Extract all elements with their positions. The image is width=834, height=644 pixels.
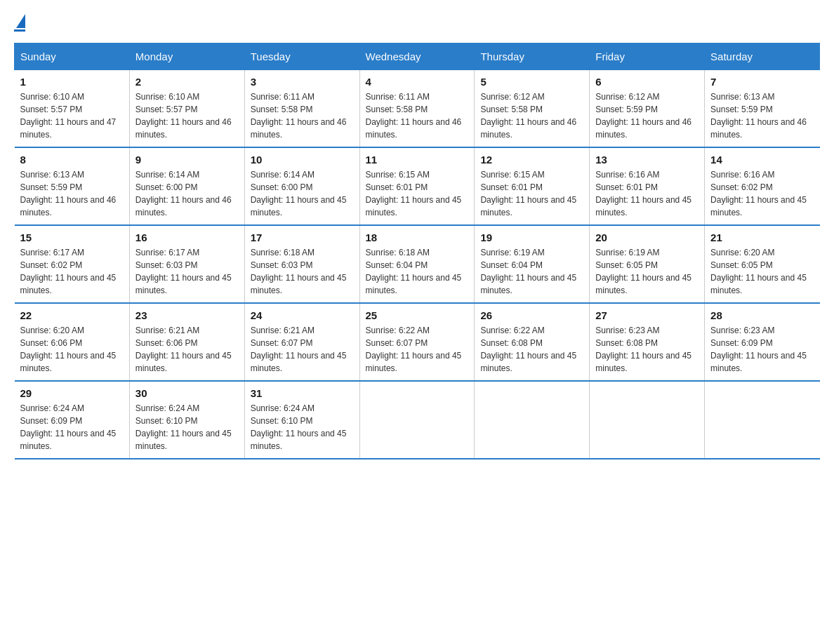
week-row-2: 8 Sunrise: 6:13 AM Sunset: 5:59 PM Dayli…: [15, 147, 820, 225]
day-number: 7: [710, 76, 814, 88]
day-number: 3: [251, 76, 354, 88]
calendar-cell: 3 Sunrise: 6:11 AM Sunset: 5:58 PM Dayli…: [244, 70, 359, 148]
day-number: 11: [366, 154, 469, 166]
calendar-cell: 2 Sunrise: 6:10 AM Sunset: 5:57 PM Dayli…: [129, 70, 244, 148]
day-info: Sunrise: 6:17 AM Sunset: 6:02 PM Dayligh…: [20, 246, 124, 297]
day-number: 15: [20, 232, 124, 243]
weekday-header-tuesday: Tuesday: [244, 43, 359, 70]
calendar-cell: 25 Sunrise: 6:22 AM Sunset: 6:07 PM Dayl…: [359, 303, 475, 381]
day-number: 10: [251, 154, 354, 166]
calendar-cell: [705, 381, 820, 459]
day-info: Sunrise: 6:20 AM Sunset: 6:05 PM Dayligh…: [710, 246, 814, 297]
day-number: 19: [480, 232, 583, 243]
day-number: 17: [251, 232, 354, 243]
day-number: 2: [135, 76, 239, 88]
calendar-cell: 14 Sunrise: 6:16 AM Sunset: 6:02 PM Dayl…: [705, 147, 820, 225]
day-number: 12: [480, 154, 583, 166]
day-info: Sunrise: 6:11 AM Sunset: 5:58 PM Dayligh…: [366, 90, 469, 141]
calendar-cell: 7 Sunrise: 6:13 AM Sunset: 5:59 PM Dayli…: [705, 70, 820, 148]
weekday-header-sunday: Sunday: [15, 43, 130, 70]
day-info: Sunrise: 6:19 AM Sunset: 6:05 PM Dayligh…: [595, 246, 699, 297]
calendar-cell: 24 Sunrise: 6:21 AM Sunset: 6:07 PM Dayl…: [244, 303, 359, 381]
day-number: 9: [135, 154, 239, 166]
calendar-cell: 30 Sunrise: 6:24 AM Sunset: 6:10 PM Dayl…: [129, 381, 244, 459]
weekday-header-monday: Monday: [129, 43, 244, 70]
day-number: 5: [480, 76, 583, 88]
page-header: [14, 14, 820, 32]
weekday-header-row: SundayMondayTuesdayWednesdayThursdayFrid…: [15, 43, 820, 70]
day-number: 31: [251, 387, 354, 399]
day-info: Sunrise: 6:24 AM Sunset: 6:09 PM Dayligh…: [20, 402, 124, 452]
calendar-cell: 23 Sunrise: 6:21 AM Sunset: 6:06 PM Dayl…: [129, 303, 244, 381]
calendar-cell: 16 Sunrise: 6:17 AM Sunset: 6:03 PM Dayl…: [129, 225, 244, 303]
week-row-4: 22 Sunrise: 6:20 AM Sunset: 6:06 PM Dayl…: [15, 303, 820, 381]
day-number: 13: [595, 154, 699, 166]
day-info: Sunrise: 6:10 AM Sunset: 5:57 PM Dayligh…: [20, 90, 124, 141]
calendar-cell: 21 Sunrise: 6:20 AM Sunset: 6:05 PM Dayl…: [705, 225, 820, 303]
calendar-cell: 18 Sunrise: 6:18 AM Sunset: 6:04 PM Dayl…: [359, 225, 475, 303]
calendar-cell: 27 Sunrise: 6:23 AM Sunset: 6:08 PM Dayl…: [590, 303, 705, 381]
day-info: Sunrise: 6:13 AM Sunset: 5:59 PM Dayligh…: [710, 90, 814, 141]
day-info: Sunrise: 6:14 AM Sunset: 6:00 PM Dayligh…: [251, 168, 354, 219]
day-number: 21: [710, 232, 814, 243]
day-number: 28: [710, 309, 814, 321]
day-info: Sunrise: 6:13 AM Sunset: 5:59 PM Dayligh…: [20, 168, 124, 219]
calendar-cell: 9 Sunrise: 6:14 AM Sunset: 6:00 PM Dayli…: [129, 147, 244, 225]
calendar-table: SundayMondayTuesdayWednesdayThursdayFrid…: [14, 43, 820, 459]
day-info: Sunrise: 6:23 AM Sunset: 6:08 PM Dayligh…: [595, 324, 699, 375]
day-info: Sunrise: 6:16 AM Sunset: 6:01 PM Dayligh…: [595, 168, 699, 219]
weekday-header-wednesday: Wednesday: [359, 43, 475, 70]
day-info: Sunrise: 6:20 AM Sunset: 6:06 PM Dayligh…: [20, 324, 124, 375]
day-number: 22: [20, 309, 124, 321]
calendar-cell: 6 Sunrise: 6:12 AM Sunset: 5:59 PM Dayli…: [590, 70, 705, 148]
day-number: 8: [20, 154, 124, 166]
calendar-cell: 8 Sunrise: 6:13 AM Sunset: 5:59 PM Dayli…: [15, 147, 130, 225]
day-info: Sunrise: 6:21 AM Sunset: 6:06 PM Dayligh…: [135, 324, 239, 375]
day-number: 26: [480, 309, 583, 321]
day-info: Sunrise: 6:24 AM Sunset: 6:10 PM Dayligh…: [251, 402, 354, 452]
day-info: Sunrise: 6:24 AM Sunset: 6:10 PM Dayligh…: [135, 402, 239, 452]
day-number: 23: [135, 309, 239, 321]
calendar-cell: [590, 381, 705, 459]
calendar-cell: 15 Sunrise: 6:17 AM Sunset: 6:02 PM Dayl…: [15, 225, 130, 303]
calendar-cell: 11 Sunrise: 6:15 AM Sunset: 6:01 PM Dayl…: [359, 147, 475, 225]
calendar-cell: 26 Sunrise: 6:22 AM Sunset: 6:08 PM Dayl…: [475, 303, 590, 381]
calendar-cell: 20 Sunrise: 6:19 AM Sunset: 6:05 PM Dayl…: [590, 225, 705, 303]
calendar-cell: 31 Sunrise: 6:24 AM Sunset: 6:10 PM Dayl…: [244, 381, 359, 459]
logo: [14, 14, 25, 32]
day-info: Sunrise: 6:22 AM Sunset: 6:07 PM Dayligh…: [366, 324, 469, 375]
day-number: 1: [20, 76, 124, 88]
day-number: 20: [595, 232, 699, 243]
day-number: 18: [366, 232, 469, 243]
calendar-cell: 10 Sunrise: 6:14 AM Sunset: 6:00 PM Dayl…: [244, 147, 359, 225]
calendar-cell: 12 Sunrise: 6:15 AM Sunset: 6:01 PM Dayl…: [475, 147, 590, 225]
day-info: Sunrise: 6:10 AM Sunset: 5:57 PM Dayligh…: [135, 90, 239, 141]
day-info: Sunrise: 6:15 AM Sunset: 6:01 PM Dayligh…: [366, 168, 469, 219]
day-info: Sunrise: 6:14 AM Sunset: 6:00 PM Dayligh…: [135, 168, 239, 219]
calendar-cell: 5 Sunrise: 6:12 AM Sunset: 5:58 PM Dayli…: [475, 70, 590, 148]
day-info: Sunrise: 6:19 AM Sunset: 6:04 PM Dayligh…: [480, 246, 583, 297]
day-info: Sunrise: 6:18 AM Sunset: 6:03 PM Dayligh…: [251, 246, 354, 297]
calendar-cell: 1 Sunrise: 6:10 AM Sunset: 5:57 PM Dayli…: [15, 70, 130, 148]
day-info: Sunrise: 6:15 AM Sunset: 6:01 PM Dayligh…: [480, 168, 583, 219]
calendar-cell: 22 Sunrise: 6:20 AM Sunset: 6:06 PM Dayl…: [15, 303, 130, 381]
day-info: Sunrise: 6:12 AM Sunset: 5:59 PM Dayligh…: [595, 90, 699, 141]
day-info: Sunrise: 6:22 AM Sunset: 6:08 PM Dayligh…: [480, 324, 583, 375]
calendar-cell: 17 Sunrise: 6:18 AM Sunset: 6:03 PM Dayl…: [244, 225, 359, 303]
day-number: 25: [366, 309, 469, 321]
day-number: 30: [135, 387, 239, 399]
day-info: Sunrise: 6:23 AM Sunset: 6:09 PM Dayligh…: [710, 324, 814, 375]
day-info: Sunrise: 6:11 AM Sunset: 5:58 PM Dayligh…: [251, 90, 354, 141]
weekday-header-saturday: Saturday: [705, 43, 820, 70]
calendar-cell: 4 Sunrise: 6:11 AM Sunset: 5:58 PM Dayli…: [359, 70, 475, 148]
day-number: 14: [710, 154, 814, 166]
week-row-5: 29 Sunrise: 6:24 AM Sunset: 6:09 PM Dayl…: [15, 381, 820, 459]
day-info: Sunrise: 6:18 AM Sunset: 6:04 PM Dayligh…: [366, 246, 469, 297]
day-info: Sunrise: 6:17 AM Sunset: 6:03 PM Dayligh…: [135, 246, 239, 297]
calendar-cell: [359, 381, 475, 459]
calendar-cell: 19 Sunrise: 6:19 AM Sunset: 6:04 PM Dayl…: [475, 225, 590, 303]
day-info: Sunrise: 6:12 AM Sunset: 5:58 PM Dayligh…: [480, 90, 583, 141]
day-info: Sunrise: 6:16 AM Sunset: 6:02 PM Dayligh…: [710, 168, 814, 219]
week-row-1: 1 Sunrise: 6:10 AM Sunset: 5:57 PM Dayli…: [15, 70, 820, 148]
logo-underline: [14, 29, 25, 32]
